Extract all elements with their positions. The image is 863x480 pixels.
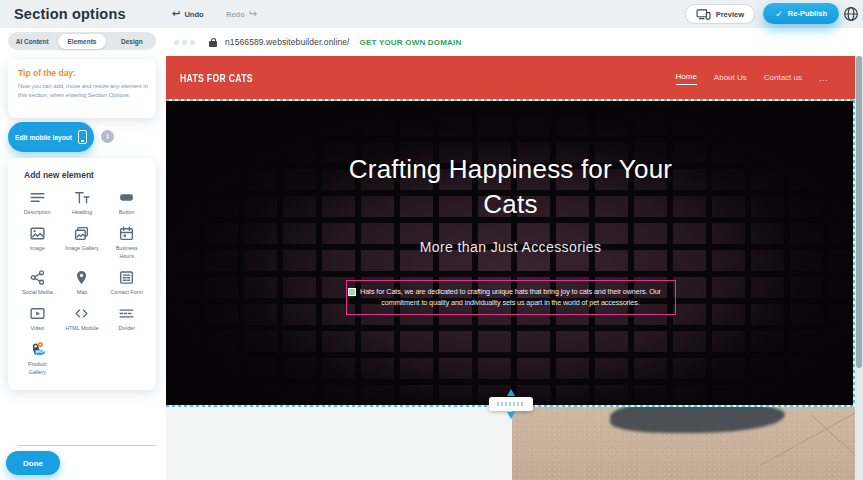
element-item-business-hours[interactable]: Business Hours [104, 225, 149, 260]
info-icon[interactable]: i [101, 130, 114, 143]
window-dots-icon [174, 40, 195, 45]
add-element-card: Add new element Description Heading [8, 158, 156, 390]
get-domain-link[interactable]: GET YOUR OWN DOMAIN [360, 38, 462, 47]
site-header: HATS FOR CATS Home About Us Contact us … [166, 56, 855, 100]
resize-arrow-up-icon [507, 389, 515, 396]
add-element-title: Add new element [24, 170, 149, 180]
hero-heading[interactable]: Crafting Happiness for Your Cats [331, 152, 691, 222]
undo-icon: ↩ [172, 9, 180, 19]
hero-paragraph-text: Hats for Cats, we are dedicated to craft… [360, 287, 661, 307]
section-guide-right [853, 100, 855, 406]
element-item-social-media[interactable]: Social Media [15, 269, 60, 296]
canvas-scrollbar[interactable] [855, 56, 863, 480]
language-globe-icon[interactable] [843, 6, 859, 22]
site-nav: Home About Us Contact us … [676, 56, 830, 100]
lock-icon [209, 38, 217, 47]
social-media-icon [29, 269, 46, 286]
section-resize-handle[interactable] [489, 397, 533, 411]
contact-form-icon [118, 269, 135, 286]
section-guide-top [166, 99, 855, 101]
image-icon [29, 225, 46, 242]
phone-icon [78, 130, 87, 144]
browser-bar: n1566589.websitebuilder.online/ GET YOUR… [166, 28, 863, 56]
description-icon [29, 189, 46, 206]
nav-item-about-us[interactable]: About Us [714, 73, 747, 83]
video-icon [29, 305, 46, 322]
divider-icon [118, 305, 135, 322]
tab-design[interactable]: Design [108, 32, 156, 50]
undo-label: Undo [184, 10, 203, 19]
nav-item-home[interactable]: Home [676, 72, 697, 85]
html-module-icon [73, 305, 90, 322]
element-grid: Description Heading Button [15, 189, 149, 376]
shop-badge: SHOP [35, 351, 44, 355]
republish-button[interactable]: ✓ Re-Publish [763, 3, 839, 24]
button-icon [118, 189, 135, 206]
redo-button[interactable]: Redo ↪ [226, 0, 257, 28]
panel-divider [18, 445, 156, 446]
check-icon: ✓ [775, 9, 783, 19]
devices-icon [696, 9, 711, 20]
product-gallery-icon: SHOP [29, 341, 46, 358]
business-hours-icon [118, 225, 135, 242]
element-item-button[interactable]: Button [104, 189, 149, 216]
site-canvas: n1566589.websitebuilder.online/ GET YOUR… [166, 28, 863, 480]
redo-icon: ↪ [249, 9, 257, 19]
map-pin-icon [73, 269, 90, 286]
edit-mobile-layout-button[interactable]: Edit mobile layout [8, 122, 94, 152]
hero-paragraph-selected[interactable]: Hats for Cats, we are dedicated to craft… [346, 280, 676, 315]
element-item-product-gallery[interactable]: SHOP Product Gallery [15, 341, 60, 376]
resize-arrow-down-icon [507, 412, 515, 419]
preview-label: Preview [716, 10, 744, 19]
image-gallery-icon [73, 225, 90, 242]
element-item-map[interactable]: Map [60, 269, 105, 296]
panel-tabs: AI Content Elements Design [8, 32, 156, 50]
done-button[interactable]: Done [6, 451, 60, 475]
next-section-empty [166, 407, 512, 480]
hero-content: Crafting Happiness for Your Cats More th… [166, 100, 855, 406]
element-item-image[interactable]: Image [15, 225, 60, 260]
hero-subheading[interactable]: More than Just Accessories [420, 239, 602, 255]
tip-body: Now you can add, move and resize any ele… [18, 82, 148, 101]
element-item-video[interactable]: Video [15, 305, 60, 332]
nav-more-icon[interactable]: … [819, 73, 829, 83]
app-window: Section options ↩ Undo Redo ↪ Preview ✓ … [0, 0, 863, 480]
element-item-heading[interactable]: Heading [60, 189, 105, 216]
element-item-divider[interactable]: Divider [104, 305, 149, 332]
element-item-description[interactable]: Description [15, 189, 60, 216]
nav-item-contact-us[interactable]: Contact us [764, 73, 802, 83]
tab-elements[interactable]: Elements [58, 34, 106, 49]
tab-ai-content[interactable]: AI Content [8, 32, 56, 50]
resize-handle-grip [497, 402, 525, 406]
scrollbar-thumb[interactable] [856, 56, 862, 368]
tip-title: Tip of the day: [18, 68, 148, 78]
redo-label: Redo [226, 10, 245, 19]
site-logo[interactable]: HATS FOR CATS [180, 56, 253, 100]
page-title: Section options [14, 0, 126, 28]
heading-icon [73, 189, 90, 206]
edit-mobile-label: Edit mobile layout [15, 134, 72, 141]
element-item-image-gallery[interactable]: Image Gallery [60, 225, 105, 260]
republish-label: Re-Publish [788, 9, 827, 18]
element-item-html-module[interactable]: HTML Module [60, 305, 105, 332]
element-drag-handle[interactable] [348, 288, 356, 296]
next-section-image [512, 407, 855, 480]
section-options-panel: AI Content Elements Design Tip of the da… [0, 28, 166, 480]
hero-section[interactable]: Crafting Happiness for Your Cats More th… [166, 100, 855, 406]
tip-of-the-day-card: Tip of the day: Now you can add, move an… [8, 59, 156, 118]
element-item-contact-form[interactable]: Contact Form [104, 269, 149, 296]
toolbar: Section options ↩ Undo Redo ↪ Preview ✓ … [0, 0, 863, 28]
undo-button[interactable]: ↩ Undo [172, 0, 204, 28]
preview-button[interactable]: Preview [685, 4, 755, 24]
site-url[interactable]: n1566589.websitebuilder.online/ [225, 37, 350, 47]
